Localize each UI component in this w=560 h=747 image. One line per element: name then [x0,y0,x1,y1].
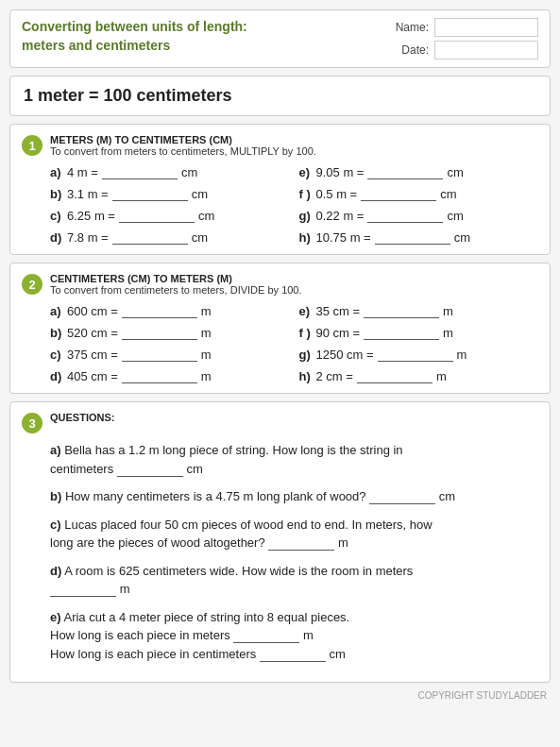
qe-answer-cm[interactable] [260,647,326,662]
question-b: b) How many centimeters is a 4.75 m long… [50,487,538,506]
problem-value: 9.05 m = [316,165,365,179]
problem-unit: m [201,369,212,383]
section3-header: 3 QUESTIONS: [22,412,538,433]
answer-input[interactable] [122,347,197,362]
problem-label: d) [50,369,63,383]
problem-unit: cm [198,209,214,223]
date-label: Date: [401,43,429,57]
answer-input[interactable] [112,229,188,245]
section3-title: QUESTIONS: [50,412,538,423]
problem-unit: m [201,348,212,362]
problem-label: d) [50,230,63,245]
problem-value: 35 cm = [316,304,361,318]
section1-number: 1 [22,135,42,156]
section1-title: METERS (m) to CENTIMETERS (cm) [50,134,538,145]
question-a: a) Bella has a 1.2 m long piece of strin… [50,441,538,478]
section3-title-block: QUESTIONS: [50,412,538,423]
problem-unit: m [443,304,453,318]
answer-input[interactable] [112,186,188,201]
qd-answer[interactable] [50,582,116,597]
problem-unit: cm [192,230,208,245]
answer-input[interactable] [367,208,443,223]
problem-value: 3.1 m = [67,187,109,201]
answer-input[interactable] [361,186,436,201]
questions-block: a) Bella has a 1.2 m long piece of strin… [22,441,538,663]
problem-value: 375 cm = [67,348,118,362]
problem-item: c) 375 cm = m [50,347,290,362]
answer-input[interactable] [364,325,439,340]
question-d: d) A room is 625 centimeters wide. How w… [50,562,538,599]
qd-text: d) A room is 625 centimeters wide. How w… [50,564,413,578]
name-input[interactable] [434,18,538,37]
problem-item: e) 9.05 m = cm [299,164,539,179]
qc-answer[interactable] [268,535,334,551]
problem-label: g) [299,209,313,223]
answer-input[interactable] [122,368,197,383]
answer-input[interactable] [357,368,433,383]
problem-label: e) [299,165,313,179]
problem-value: 6.25 m = [67,209,115,223]
answer-input[interactable] [375,229,450,245]
problem-value: 520 cm = [67,326,118,340]
problem-item: h) 10.75 m = cm [299,229,539,245]
problem-value: 7.8 m = [67,230,109,245]
problem-label: e) [299,304,313,318]
problem-item: g) 0.22 m = cm [299,208,539,223]
title-line1: Converting between units of length: [22,18,247,37]
answer-input[interactable] [364,303,439,318]
section2-box: 2 CENTIMETERS (cm) to METERS (m) To conv… [9,263,551,394]
problem-item: f ) 90 cm = m [299,325,539,340]
answer-input[interactable] [367,164,443,179]
problem-value: 2 cm = [316,369,353,383]
qb-text: b) How many centimeters is a 4.75 m long… [50,489,369,503]
section2-title: CENTIMETERS (cm) to METERS (m) [50,273,538,284]
section1-instruction: To convert from meters to centimeters, M… [50,145,538,157]
qe-answer-m[interactable] [233,628,299,643]
qe-unit-cm: cm [329,647,345,661]
qa-text2: centimeters [50,462,117,476]
equivalence-text: 1 meter = 100 centimeters [24,86,232,105]
problem-value: 1250 cm = [316,348,374,362]
problem-item: b) 520 cm = m [50,325,290,340]
date-row: Date: [401,41,538,59]
section1-title-block: METERS (m) to CENTIMETERS (cm) To conver… [50,134,538,157]
problem-unit: cm [181,165,197,179]
question-e: e) Aria cut a 4 meter piece of string in… [50,608,538,664]
answer-input[interactable] [122,325,197,340]
section2-instruction: To convert from centimeters to meters, D… [50,284,538,296]
qa-answer[interactable] [117,462,183,477]
qd-unit: m [120,582,130,596]
section3-number: 3 [22,413,42,433]
problem-unit: cm [440,187,456,201]
problem-item: d) 405 cm = m [50,368,290,383]
problem-unit: cm [447,209,463,223]
answer-input[interactable] [378,347,453,362]
problem-label: b) [50,326,63,340]
problem-item: a) 4 m = cm [50,164,290,179]
problem-value: 405 cm = [67,369,118,383]
problem-label: h) [299,230,313,245]
section1-header: 1 METERS (m) to CENTIMETERS (cm) To conv… [22,134,538,157]
qb-unit: cm [439,489,455,503]
problem-value: 0.22 m = [316,209,365,223]
qe-text: e) Aria cut a 4 meter piece of string in… [50,610,349,624]
problem-unit: m [443,326,453,340]
section3-box: 3 QUESTIONS: a) Bella has a 1.2 m long p… [9,401,551,683]
answer-input[interactable] [102,164,178,179]
qc-text2: long are the pieces of wood altogether? [50,535,268,550]
date-input[interactable] [434,41,538,59]
problem-item: c) 6.25 m = cm [50,208,290,223]
name-label: Name: [396,21,429,34]
qc-unit: m [338,535,348,550]
section1-problems: a) 4 m = cm e) 9.05 m = cm b) 3.1 m = cm… [22,164,538,245]
copyright: COPYRIGHT STUDYLADDER [9,690,551,701]
problem-item: g) 1250 cm = m [299,347,539,362]
problem-unit: m [457,348,467,362]
problem-label: a) [50,165,63,179]
header-fields: Name: Date: [387,18,538,59]
answer-input[interactable] [119,208,195,223]
answer-input[interactable] [122,303,197,318]
qa-unit: cm [186,462,202,476]
qb-answer[interactable] [369,489,435,504]
problem-item: e) 35 cm = m [299,303,539,318]
